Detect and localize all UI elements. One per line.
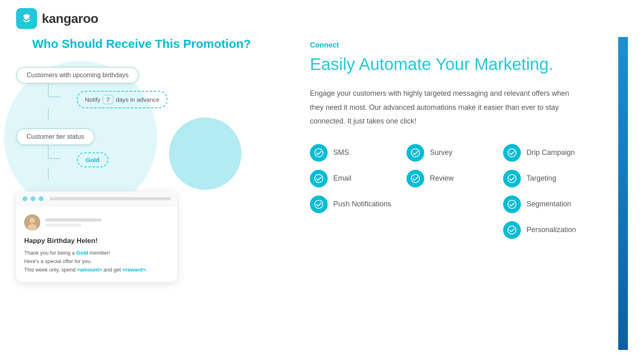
feature-label-targeting: Targeting: [526, 174, 556, 183]
check-icon-sms: [310, 144, 328, 162]
svg-point-10: [411, 175, 419, 183]
svg-point-11: [508, 175, 516, 183]
check-icon-segmentation: [503, 195, 521, 213]
header-bar: [50, 197, 171, 200]
feature-survey: Survey: [407, 144, 495, 162]
feature-personalization: Personalization: [503, 221, 592, 239]
svg-point-8: [508, 149, 516, 157]
trigger2-box: Customer tier status: [16, 128, 95, 145]
feature-label-survey: Survey: [430, 148, 452, 157]
email-gold-member: Gold: [76, 250, 88, 256]
curve-shape: [48, 91, 61, 97]
email-amount-tag: <amount>: [77, 267, 102, 273]
gold-curve-row: Gold: [48, 152, 278, 167]
svg-point-2: [28, 15, 30, 17]
feature-push: Push Notifications: [310, 195, 398, 213]
connect-label: Connect: [310, 41, 618, 49]
notify-row: Notify 7 days in advance: [48, 91, 278, 108]
check-icon-drip: [503, 144, 521, 162]
svg-point-6: [315, 149, 323, 157]
email-reward-tag: <reward>: [122, 267, 146, 273]
header: kangaroo: [0, 0, 644, 37]
dot3: [39, 196, 43, 201]
notify-prefix: Notify: [85, 96, 100, 103]
left-panel: Who Should Receive This Promotion? Custo…: [16, 37, 278, 350]
trigger1-row: Customers with upcoming birthdays: [16, 67, 278, 84]
feature-label-push: Push Notifications: [333, 200, 391, 208]
connector-v3: [48, 145, 49, 152]
automate-title: Easily Automate Your Marketing.: [310, 54, 618, 74]
email-user-row: [24, 214, 169, 230]
svg-point-9: [315, 175, 323, 183]
feature-review: Review: [407, 170, 495, 187]
email-line2: Here's a special offer for you.: [24, 258, 92, 264]
empty-cell-3: [407, 221, 495, 239]
feature-email: Email: [310, 170, 398, 187]
feature-label-email: Email: [333, 174, 351, 183]
svg-point-13: [508, 200, 516, 208]
check-icon-email: [310, 170, 328, 187]
user-line-short: [45, 224, 81, 227]
check-icon-review: [407, 170, 424, 187]
left-title: Who Should Receive This Promotion?: [32, 37, 278, 51]
check-icon-survey: [407, 144, 424, 162]
check-icon-personalization: [503, 221, 521, 239]
feature-sms: SMS: [310, 144, 398, 162]
svg-point-5: [28, 224, 37, 230]
connector-v2: [48, 108, 49, 120]
check-icon-targeting: [503, 170, 521, 187]
notify-number: 7: [103, 95, 113, 104]
empty-cell-2: [310, 221, 398, 239]
user-lines: [45, 218, 101, 227]
svg-point-1: [24, 15, 26, 17]
trigger2-row: Customer tier status: [16, 128, 278, 145]
feature-label-drip: Drip Campaign: [526, 148, 575, 157]
right-panel: Connect Easily Automate Your Marketing. …: [278, 37, 618, 350]
connector-v1: [48, 84, 49, 91]
feature-label-review: Review: [430, 174, 454, 183]
email-card-body: Happy Birthday Helen! Thank you for bein…: [16, 206, 177, 282]
email-line1-start: Thank you for being a: [24, 250, 76, 256]
gold-box: Gold: [77, 152, 108, 167]
user-line-long: [45, 218, 101, 222]
curve-shape2: [48, 152, 61, 159]
dot1: [23, 196, 27, 201]
email-birthday-title: Happy Birthday Helen!: [24, 237, 169, 245]
logo-icon: [16, 8, 37, 29]
email-line1-end: member!: [88, 250, 110, 256]
email-card-header: [16, 191, 177, 206]
email-line3-end: .: [146, 267, 147, 273]
feature-drip: Drip Campaign: [503, 144, 592, 162]
email-line3-start: This week only, spend: [24, 267, 77, 273]
feature-label-sms: SMS: [333, 148, 349, 157]
right-sidebar-stripe: [618, 37, 628, 350]
dot2: [31, 196, 35, 201]
feature-label-personalization: Personalization: [526, 226, 576, 234]
features-grid: SMS Survey Drip Campaign Email: [310, 144, 592, 239]
logo-text: kangaroo: [42, 11, 98, 26]
check-icon-push: [310, 195, 328, 213]
logo: kangaroo: [16, 8, 98, 29]
feature-label-segmentation: Segmentation: [526, 200, 571, 208]
feature-targeting: Targeting: [503, 170, 592, 187]
description-text: Engage your customers with highly target…: [310, 86, 584, 128]
svg-point-12: [315, 200, 323, 208]
svg-point-14: [508, 226, 516, 234]
flow-diagram: Customers with upcoming birthdays Notify…: [16, 63, 278, 282]
feature-segmentation: Segmentation: [503, 195, 592, 213]
email-body: Thank you for being a Gold member! Here'…: [24, 249, 169, 274]
email-preview-card: Happy Birthday Helen! Thank you for bein…: [16, 191, 177, 282]
notify-box: Notify 7 days in advance: [77, 91, 167, 108]
trigger1-box: Customers with upcoming birthdays: [16, 67, 139, 84]
email-line3-mid: and get: [102, 267, 122, 273]
avatar: [24, 214, 40, 230]
main-content: Who Should Receive This Promotion? Custo…: [0, 37, 644, 362]
empty-cell-1: [407, 195, 495, 213]
svg-point-4: [29, 218, 35, 223]
svg-point-7: [411, 149, 419, 157]
connector-v4: [48, 167, 49, 179]
notify-suffix: days in advance: [116, 96, 159, 103]
